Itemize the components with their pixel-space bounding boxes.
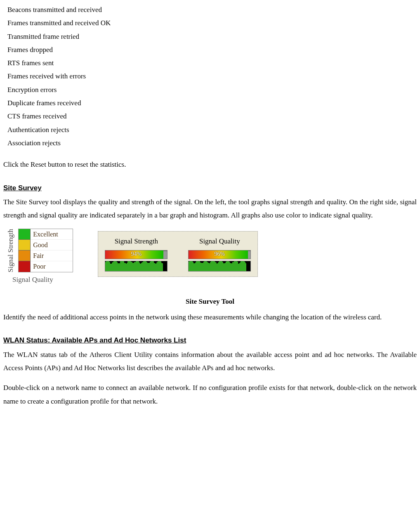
site-survey-graphics: Signal Strength ExcellentGoodFairPoor Si… [3, 229, 417, 286]
site-survey-description: The Site Survey tool displays the qualit… [3, 196, 417, 222]
statistics-list: Beacons transmitted and receivedFrames t… [7, 3, 417, 150]
signal-strength-title: Signal Strength [105, 235, 168, 248]
legend-swatch [19, 229, 31, 240]
legend-swatch [19, 240, 31, 250]
legend-x-axis-label: Signal Quality [12, 273, 53, 286]
legend-row: Excellent [19, 229, 73, 240]
site-survey-heading: Site Survey [3, 182, 417, 195]
reset-instruction: Click the Reset button to reset the stat… [3, 158, 417, 171]
site-survey-tool-caption: Site Survey Tool [3, 295, 417, 308]
legend-label: Fair [31, 250, 73, 261]
legend-row: Fair [19, 250, 73, 261]
signal-quality-histogram [188, 261, 251, 272]
legend-swatch [19, 261, 31, 272]
legend-levels: ExcellentGoodFairPoor [18, 229, 73, 272]
wlan-status-p1: The WLAN status tab of the Atheros Clien… [3, 348, 417, 375]
signal-legend-chart: Signal Strength ExcellentGoodFairPoor Si… [3, 229, 73, 286]
wlan-status-heading: WLAN Status: Available APs and Ad Hoc Ne… [3, 334, 417, 347]
stat-item: Authentication rejects [7, 123, 417, 137]
legend-label: Good [31, 240, 73, 250]
stat-item: Beacons transmitted and received [7, 3, 417, 17]
signal-strength-histogram [105, 261, 168, 272]
stat-item: Duplicate frames received [7, 97, 417, 110]
legend-label: Poor [31, 261, 73, 272]
stat-item: Association rejects [7, 137, 417, 150]
signal-quality-title: Signal Quality [188, 235, 251, 248]
site-survey-after-caption: Identify the need of additional access p… [3, 311, 417, 324]
signal-strength-column: Signal Strength 94% [105, 235, 168, 271]
stat-item: CTS frames received [7, 110, 417, 123]
legend-row: Good [19, 240, 73, 250]
signal-quality-bar: 96% [188, 250, 251, 259]
legend-y-axis-label: Signal Strength [3, 229, 18, 272]
signal-panel: Signal Strength 94% Signal Quality 96% [98, 231, 258, 276]
signal-strength-bar: 94% [105, 250, 168, 259]
stat-item: Encryption errors [7, 83, 417, 97]
stat-item: RTS frames sent [7, 57, 417, 70]
legend-swatch [19, 250, 31, 261]
signal-strength-value: 94% [105, 250, 167, 259]
stat-item: Transmitted frame retried [7, 30, 417, 43]
stat-item: Frames transmitted and received OK [7, 17, 417, 30]
signal-quality-column: Signal Quality 96% [188, 235, 251, 271]
wlan-status-p2: Double-click on a network name to connec… [3, 381, 417, 408]
legend-row: Poor [19, 261, 73, 272]
stat-item: Frames dropped [7, 43, 417, 57]
stat-item: Frames received with errors [7, 70, 417, 83]
signal-quality-value: 96% [189, 250, 250, 259]
legend-label: Excellent [31, 229, 73, 240]
